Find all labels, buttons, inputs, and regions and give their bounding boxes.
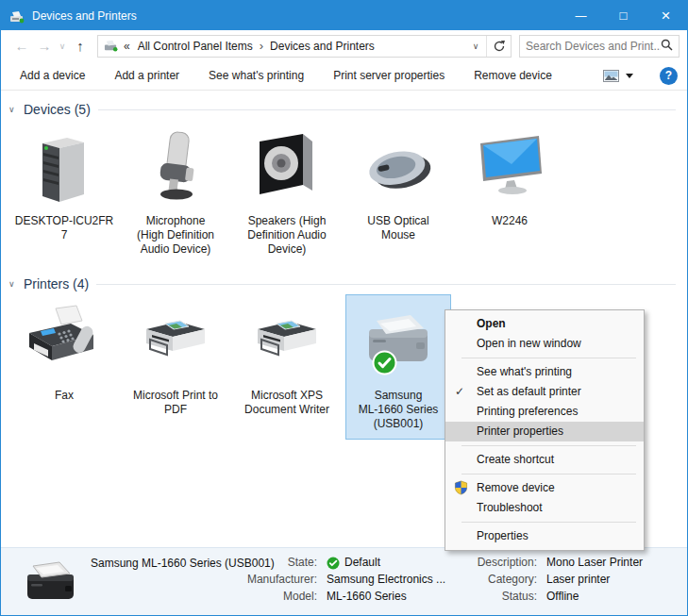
inkjet-printer-icon [246,301,327,382]
mouse-icon [358,126,439,208]
description-value: Mono Laser Printer [546,556,643,570]
microphone-icon [135,126,216,208]
search-icon[interactable] [661,38,673,55]
minimize-button[interactable]: — [560,1,602,30]
model-value: ML-1660 Series [327,590,407,604]
device-tile-microphone[interactable]: Microphone (High Definition Audio Device… [123,120,228,265]
device-label: USB Optical Mouse [367,214,428,250]
devices-and-printers-window: Devices and Printers — □ × ← → ∨ ↑ « All… [0,0,688,616]
back-icon[interactable]: ← [10,38,33,54]
menu-item-properties[interactable]: Properties [445,526,644,546]
search-box [519,35,680,58]
inkjet-printer-icon [135,301,216,382]
device-tile-mouse[interactable]: USB Optical Mouse [345,120,451,265]
manufacturer-label: Manufacturer: [223,573,317,587]
add-printer-button[interactable]: Add a printer [114,69,179,82]
menu-item-create-shortcut[interactable]: Create shortcut [445,450,644,470]
menu-item-printer-properties[interactable]: Printer properties [445,422,644,441]
model-label: Model: [223,590,317,604]
printer-tile-print-to-pdf[interactable]: Microsoft Print to PDF [123,294,228,440]
check-icon: ✓ [455,382,464,402]
speakers-icon [246,126,327,208]
device-tile-desktop[interactable]: DESKTOP-ICU2FR 7 [11,120,117,265]
manufacturer-value: Samsung Electronics ... [327,573,445,587]
up-icon[interactable]: ↑ [69,38,92,54]
status-label: Status: [443,590,537,604]
navigation-bar: ← → ∨ ↑ « All Control Panel Items › Devi… [1,30,687,61]
menu-item-printing-preferences[interactable]: Printing preferences [445,402,644,422]
printer-label: Fax [55,389,74,410]
printer-tile-xps-writer[interactable]: Microsoft XPS Document Writer [234,294,340,440]
menu-item-open[interactable]: Open [445,314,644,334]
fax-icon [24,301,105,382]
collapse-printers-icon[interactable]: ∨ [8,279,24,289]
help-icon[interactable]: ? [660,67,678,85]
close-button[interactable]: × [645,1,687,30]
breadcrumb-overflow[interactable]: « [124,40,130,53]
printer-label: Microsoft Print to PDF [133,389,218,425]
search-input[interactable] [526,40,661,53]
see-whats-printing-button[interactable]: See what's printing [209,69,304,82]
menu-item-remove-device[interactable]: Remove device [445,478,644,498]
samsung-printer-icon [358,301,439,382]
collapse-devices-icon[interactable]: ∨ [8,105,24,114]
monitor-icon [469,126,550,208]
printer-tile-fax[interactable]: Fax [11,294,117,440]
devices-row: DESKTOP-ICU2FR 7 Microphone (High Defini… [8,120,680,265]
change-view-button[interactable] [603,70,633,82]
address-dropdown-icon[interactable]: ∨ [465,42,486,51]
menu-item-set-default-printer[interactable]: ✓Set as default printer [445,382,644,402]
selected-printer-icon [24,558,78,608]
status-value: Offline [546,590,579,604]
view-dropdown-icon [626,74,633,78]
desktop-pc-icon [24,126,105,208]
window-title: Devices and Printers [32,9,560,23]
device-label: Microphone (High Definition Audio Device… [137,214,214,264]
state-label: State: [223,556,317,570]
category-value: Laser printer [546,573,610,587]
add-device-button[interactable]: Add a device [20,69,85,82]
printers-group-title: Printers (4) [24,276,89,291]
device-tile-monitor[interactable]: W2246 [457,120,562,265]
remove-device-button[interactable]: Remove device [474,69,552,82]
maximize-button[interactable]: □ [602,1,645,30]
breadcrumb-separator-icon: › [257,39,266,53]
address-bar[interactable]: « All Control Panel Items › Devices and … [97,35,512,58]
state-default-badge-icon [327,557,340,570]
view-options-icon [603,70,619,82]
printers-group-header[interactable]: ∨ Printers (4) [8,274,680,294]
command-bar: Add a device Add a printer See what's pr… [1,61,687,91]
breadcrumb-item-devices-printers[interactable]: Devices and Printers [266,40,378,53]
devices-group-header[interactable]: ∨ Devices (5) [8,99,680,120]
menu-item-see-whats-printing[interactable]: See what's printing [445,362,644,382]
device-label: Speakers (High Definition Audio Device) [247,214,326,264]
device-label: W2246 [492,214,528,236]
printer-label: Samsung ML-1660 Series (USB001) [359,389,439,439]
devices-group-title: Devices (5) [24,102,91,117]
device-label: DESKTOP-ICU2FR 7 [15,214,113,250]
menu-item-troubleshoot[interactable]: Troubleshoot [445,498,644,518]
print-server-properties-button[interactable]: Print server properties [333,69,445,82]
printer-tile-samsung[interactable]: Samsung ML-1660 Series (USB001) [345,294,451,440]
printer-label: Microsoft XPS Document Writer [244,389,329,425]
context-menu: Open Open in new window See what's print… [445,309,645,551]
address-location-icon [104,38,118,55]
description-label: Description: [443,556,537,570]
breadcrumb-item-control-panel[interactable]: All Control Panel Items [134,40,257,53]
forward-icon[interactable]: → [33,38,56,54]
device-tile-speakers[interactable]: Speakers (High Definition Audio Device) [234,120,340,265]
category-label: Category: [443,573,537,587]
state-value: Default [327,556,380,570]
default-printer-badge-icon [372,350,397,379]
titlebar: Devices and Printers — □ × [1,1,687,30]
menu-item-open-new-window[interactable]: Open in new window [445,334,644,354]
details-pane: Samsung ML-1660 Series (USB001) State: D… [1,547,687,615]
refresh-icon[interactable] [486,36,511,57]
devices-and-printers-icon [9,8,25,24]
recent-pages-icon[interactable]: ∨ [56,42,69,51]
